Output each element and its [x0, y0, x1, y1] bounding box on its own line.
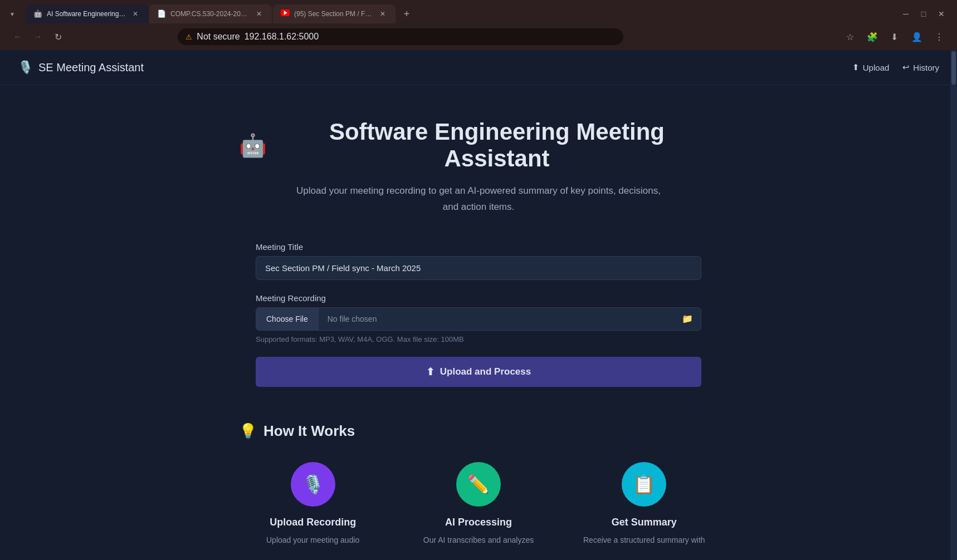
step-upload: 🎙️ Upload Recording Upload your meeting … — [239, 462, 387, 546]
step-upload-title: Upload Recording — [270, 517, 356, 528]
file-input-wrapper: Choose File No file chosen 📁 — [256, 307, 701, 331]
address-bar-actions: ☆ 🧩 ⬇ 👤 ⋮ — [841, 28, 948, 46]
meeting-title-label: Meeting Title — [256, 242, 701, 252]
step-ai-title: AI Processing — [445, 517, 512, 528]
security-warning-text: Not secure — [197, 32, 240, 42]
main-content: 🤖 Software Engineering Meeting Assistant… — [228, 85, 729, 560]
app-header: 🎙️ SE Meeting Assistant ⬆ Upload ↩ Histo… — [0, 50, 957, 85]
tab-3[interactable]: (95) Sec Section PM / Field sync... ✕ — [273, 4, 396, 23]
nav-buttons: ← → ↻ — [9, 28, 67, 46]
security-warning-icon: ⚠ — [185, 33, 192, 41]
tab-3-label: (95) Sec Section PM / Field sync... — [294, 10, 373, 18]
history-nav-label: History — [913, 63, 939, 72]
step-upload-icon-circle: 🎙️ — [291, 462, 335, 507]
bookmark-button[interactable]: ☆ — [841, 28, 859, 46]
url-bar[interactable]: ⚠ Not secure 192.168.1.62:5000 — [178, 28, 623, 45]
steps-grid: 🎙️ Upload Recording Upload your meeting … — [239, 462, 718, 546]
address-bar: ← → ↻ ⚠ Not secure 192.168.1.62:5000 ☆ 🧩… — [0, 23, 957, 50]
close-window-button[interactable]: ✕ — [935, 7, 948, 21]
form-section: Meeting Title Meeting Recording Choose F… — [256, 242, 701, 387]
how-it-works-section: 💡 How It Works 🎙️ Upload Recording Uploa… — [239, 423, 718, 546]
scrollbar[interactable] — [950, 50, 957, 560]
tab-3-favicon — [281, 9, 290, 18]
step-summary-title: Get Summary — [612, 517, 677, 528]
nav-upload[interactable]: ⬆ Upload — [852, 62, 890, 72]
history-nav-icon: ↩ — [902, 62, 910, 72]
tab-2[interactable]: 📄 COMP.CS.530-2024-2025-2-TA... ✕ — [149, 4, 272, 23]
step-summary-icon-circle: 📋 — [622, 462, 666, 507]
new-tab-button[interactable]: + — [399, 6, 414, 22]
tab-1-close[interactable]: ✕ — [130, 9, 140, 19]
app-logo-icon: 🎙️ — [18, 60, 33, 75]
profile-button[interactable]: 👤 — [908, 28, 926, 46]
reload-button[interactable]: ↻ — [49, 28, 67, 46]
tab-dropdown-button[interactable]: ▼ — [4, 6, 20, 22]
step-summary-icon: 📋 — [633, 474, 655, 495]
browser-chrome: ▼ 🤖 AI Software Engineering Meeti... ✕ 📄… — [0, 0, 957, 50]
tab-2-close[interactable]: ✕ — [254, 9, 264, 19]
tab-bar: ▼ 🤖 AI Software Engineering Meeti... ✕ 📄… — [0, 0, 957, 23]
tab-1[interactable]: 🤖 AI Software Engineering Meeti... ✕ — [26, 4, 148, 23]
back-button[interactable]: ← — [9, 28, 27, 46]
file-icon: 📁 — [674, 308, 701, 330]
step-summary: 📋 Get Summary Receive a structured summa… — [570, 462, 718, 546]
meeting-recording-label: Meeting Recording — [256, 293, 701, 303]
meeting-title-group: Meeting Title — [256, 242, 701, 280]
upload-nav-icon: ⬆ — [852, 62, 860, 72]
step-ai-icon-circle: ✏️ — [456, 462, 501, 507]
tab-2-label: COMP.CS.530-2024-2025-2-TA... — [170, 10, 250, 18]
window-controls: ─ □ ✕ — [899, 7, 953, 21]
hero-title-text: Software Engineering Meeting Assistant — [276, 119, 718, 172]
tab-nav-buttons: ▼ — [4, 6, 20, 22]
restore-button[interactable]: □ — [917, 7, 930, 21]
step-summary-desc: Receive a structured summary with — [583, 534, 705, 546]
file-help-text: Supported formats: MP3, WAV, M4A, OGG. M… — [256, 335, 701, 343]
app-logo: 🎙️ SE Meeting Assistant — [18, 60, 144, 75]
robot-icon: 🤖 — [239, 132, 267, 159]
file-name-display: No file chosen — [319, 308, 674, 330]
step-upload-icon: 🎙️ — [302, 474, 324, 495]
section-title-icon: 💡 — [239, 423, 257, 440]
download-button[interactable]: ⬇ — [886, 28, 904, 46]
extension-button[interactable]: 🧩 — [863, 28, 881, 46]
upload-nav-label: Upload — [863, 63, 890, 72]
nav-history[interactable]: ↩ History — [902, 62, 939, 72]
minimize-button[interactable]: ─ — [899, 7, 912, 21]
forward-button[interactable]: → — [29, 28, 47, 46]
menu-button[interactable]: ⋮ — [930, 28, 948, 46]
app-nav: ⬆ Upload ↩ History — [852, 62, 939, 72]
step-ai-icon: ✏️ — [467, 474, 490, 495]
hero-title: 🤖 Software Engineering Meeting Assistant — [239, 119, 718, 172]
section-title: 💡 How It Works — [239, 423, 718, 440]
hero-section: 🤖 Software Engineering Meeting Assistant… — [239, 119, 718, 215]
tab-1-favicon: 🤖 — [33, 9, 42, 18]
choose-file-button[interactable]: Choose File — [256, 308, 319, 330]
meeting-title-input[interactable] — [256, 256, 701, 280]
step-ai-desc: Our AI transcribes and analyzes — [423, 534, 534, 546]
scrollbar-thumb[interactable] — [951, 51, 956, 85]
tab-3-close[interactable]: ✕ — [378, 9, 388, 19]
meeting-recording-group: Meeting Recording Choose File No file ch… — [256, 293, 701, 343]
url-text: 192.168.1.62:5000 — [245, 32, 319, 42]
tab-1-label: AI Software Engineering Meeti... — [47, 10, 126, 18]
section-title-text: How It Works — [263, 423, 355, 440]
step-ai: ✏️ AI Processing Our AI transcribes and … — [404, 462, 552, 546]
tab-2-favicon: 📄 — [157, 9, 166, 18]
hero-subtitle: Upload your meeting recording to get an … — [289, 183, 668, 215]
upload-process-label: Upload and Process — [440, 366, 531, 377]
upload-process-button[interactable]: ⬆ Upload and Process — [256, 357, 701, 387]
upload-process-icon: ⬆ — [426, 366, 434, 378]
app-logo-text: SE Meeting Assistant — [38, 61, 144, 74]
step-upload-desc: Upload your meeting audio — [266, 534, 359, 546]
app-container: 🎙️ SE Meeting Assistant ⬆ Upload ↩ Histo… — [0, 50, 957, 560]
